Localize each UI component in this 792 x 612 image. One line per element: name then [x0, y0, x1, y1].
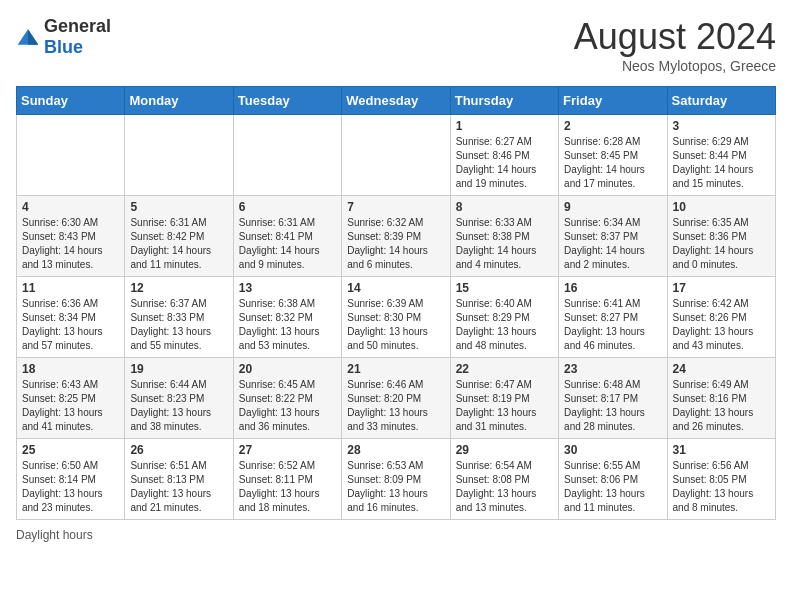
day-cell: 5Sunrise: 6:31 AM Sunset: 8:42 PM Daylig…: [125, 196, 233, 277]
day-number: 14: [347, 281, 444, 295]
col-header-wednesday: Wednesday: [342, 87, 450, 115]
month-title: August 2024: [574, 16, 776, 58]
day-cell: 4Sunrise: 6:30 AM Sunset: 8:43 PM Daylig…: [17, 196, 125, 277]
day-cell: 28Sunrise: 6:53 AM Sunset: 8:09 PM Dayli…: [342, 439, 450, 520]
day-info: Sunrise: 6:28 AM Sunset: 8:45 PM Dayligh…: [564, 135, 661, 191]
day-cell: 20Sunrise: 6:45 AM Sunset: 8:22 PM Dayli…: [233, 358, 341, 439]
header: General Blue August 2024 Neos Mylotopos,…: [16, 16, 776, 74]
day-info: Sunrise: 6:31 AM Sunset: 8:42 PM Dayligh…: [130, 216, 227, 272]
week-row-0: 1Sunrise: 6:27 AM Sunset: 8:46 PM Daylig…: [17, 115, 776, 196]
day-info: Sunrise: 6:53 AM Sunset: 8:09 PM Dayligh…: [347, 459, 444, 515]
day-number: 10: [673, 200, 770, 214]
logo-blue: Blue: [44, 37, 83, 57]
day-cell: 27Sunrise: 6:52 AM Sunset: 8:11 PM Dayli…: [233, 439, 341, 520]
day-number: 3: [673, 119, 770, 133]
day-cell: 17Sunrise: 6:42 AM Sunset: 8:26 PM Dayli…: [667, 277, 775, 358]
day-number: 29: [456, 443, 553, 457]
day-number: 18: [22, 362, 119, 376]
day-cell: 16Sunrise: 6:41 AM Sunset: 8:27 PM Dayli…: [559, 277, 667, 358]
day-cell: 8Sunrise: 6:33 AM Sunset: 8:38 PM Daylig…: [450, 196, 558, 277]
col-header-monday: Monday: [125, 87, 233, 115]
day-info: Sunrise: 6:32 AM Sunset: 8:39 PM Dayligh…: [347, 216, 444, 272]
day-cell: 3Sunrise: 6:29 AM Sunset: 8:44 PM Daylig…: [667, 115, 775, 196]
col-header-sunday: Sunday: [17, 87, 125, 115]
day-number: 13: [239, 281, 336, 295]
day-info: Sunrise: 6:44 AM Sunset: 8:23 PM Dayligh…: [130, 378, 227, 434]
day-cell: 11Sunrise: 6:36 AM Sunset: 8:34 PM Dayli…: [17, 277, 125, 358]
week-row-1: 4Sunrise: 6:30 AM Sunset: 8:43 PM Daylig…: [17, 196, 776, 277]
day-cell: [233, 115, 341, 196]
day-info: Sunrise: 6:52 AM Sunset: 8:11 PM Dayligh…: [239, 459, 336, 515]
day-number: 9: [564, 200, 661, 214]
day-cell: 30Sunrise: 6:55 AM Sunset: 8:06 PM Dayli…: [559, 439, 667, 520]
week-row-3: 18Sunrise: 6:43 AM Sunset: 8:25 PM Dayli…: [17, 358, 776, 439]
day-number: 1: [456, 119, 553, 133]
day-cell: 25Sunrise: 6:50 AM Sunset: 8:14 PM Dayli…: [17, 439, 125, 520]
day-cell: 26Sunrise: 6:51 AM Sunset: 8:13 PM Dayli…: [125, 439, 233, 520]
day-number: 23: [564, 362, 661, 376]
logo-general: General: [44, 16, 111, 36]
day-number: 30: [564, 443, 661, 457]
footer: Daylight hours: [16, 528, 776, 542]
week-row-4: 25Sunrise: 6:50 AM Sunset: 8:14 PM Dayli…: [17, 439, 776, 520]
day-number: 25: [22, 443, 119, 457]
day-cell: 19Sunrise: 6:44 AM Sunset: 8:23 PM Dayli…: [125, 358, 233, 439]
week-row-2: 11Sunrise: 6:36 AM Sunset: 8:34 PM Dayli…: [17, 277, 776, 358]
day-info: Sunrise: 6:29 AM Sunset: 8:44 PM Dayligh…: [673, 135, 770, 191]
title-area: August 2024 Neos Mylotopos, Greece: [574, 16, 776, 74]
day-number: 6: [239, 200, 336, 214]
header-row: SundayMondayTuesdayWednesdayThursdayFrid…: [17, 87, 776, 115]
day-info: Sunrise: 6:55 AM Sunset: 8:06 PM Dayligh…: [564, 459, 661, 515]
day-number: 27: [239, 443, 336, 457]
day-cell: 23Sunrise: 6:48 AM Sunset: 8:17 PM Dayli…: [559, 358, 667, 439]
day-cell: 24Sunrise: 6:49 AM Sunset: 8:16 PM Dayli…: [667, 358, 775, 439]
day-number: 19: [130, 362, 227, 376]
day-cell: 9Sunrise: 6:34 AM Sunset: 8:37 PM Daylig…: [559, 196, 667, 277]
day-number: 17: [673, 281, 770, 295]
day-info: Sunrise: 6:33 AM Sunset: 8:38 PM Dayligh…: [456, 216, 553, 272]
day-number: 24: [673, 362, 770, 376]
day-info: Sunrise: 6:46 AM Sunset: 8:20 PM Dayligh…: [347, 378, 444, 434]
day-cell: 6Sunrise: 6:31 AM Sunset: 8:41 PM Daylig…: [233, 196, 341, 277]
day-cell: 2Sunrise: 6:28 AM Sunset: 8:45 PM Daylig…: [559, 115, 667, 196]
col-header-tuesday: Tuesday: [233, 87, 341, 115]
day-cell: 21Sunrise: 6:46 AM Sunset: 8:20 PM Dayli…: [342, 358, 450, 439]
day-number: 7: [347, 200, 444, 214]
day-info: Sunrise: 6:37 AM Sunset: 8:33 PM Dayligh…: [130, 297, 227, 353]
day-info: Sunrise: 6:40 AM Sunset: 8:29 PM Dayligh…: [456, 297, 553, 353]
day-number: 31: [673, 443, 770, 457]
day-info: Sunrise: 6:41 AM Sunset: 8:27 PM Dayligh…: [564, 297, 661, 353]
day-cell: 14Sunrise: 6:39 AM Sunset: 8:30 PM Dayli…: [342, 277, 450, 358]
day-cell: 31Sunrise: 6:56 AM Sunset: 8:05 PM Dayli…: [667, 439, 775, 520]
day-info: Sunrise: 6:38 AM Sunset: 8:32 PM Dayligh…: [239, 297, 336, 353]
col-header-friday: Friday: [559, 87, 667, 115]
day-cell: 10Sunrise: 6:35 AM Sunset: 8:36 PM Dayli…: [667, 196, 775, 277]
day-info: Sunrise: 6:34 AM Sunset: 8:37 PM Dayligh…: [564, 216, 661, 272]
day-number: 16: [564, 281, 661, 295]
day-number: 15: [456, 281, 553, 295]
day-info: Sunrise: 6:36 AM Sunset: 8:34 PM Dayligh…: [22, 297, 119, 353]
svg-marker-1: [28, 29, 38, 44]
day-info: Sunrise: 6:47 AM Sunset: 8:19 PM Dayligh…: [456, 378, 553, 434]
day-cell: 13Sunrise: 6:38 AM Sunset: 8:32 PM Dayli…: [233, 277, 341, 358]
day-info: Sunrise: 6:50 AM Sunset: 8:14 PM Dayligh…: [22, 459, 119, 515]
day-info: Sunrise: 6:27 AM Sunset: 8:46 PM Dayligh…: [456, 135, 553, 191]
day-cell: 29Sunrise: 6:54 AM Sunset: 8:08 PM Dayli…: [450, 439, 558, 520]
day-cell: 15Sunrise: 6:40 AM Sunset: 8:29 PM Dayli…: [450, 277, 558, 358]
calendar-table: SundayMondayTuesdayWednesdayThursdayFrid…: [16, 86, 776, 520]
day-info: Sunrise: 6:49 AM Sunset: 8:16 PM Dayligh…: [673, 378, 770, 434]
day-info: Sunrise: 6:56 AM Sunset: 8:05 PM Dayligh…: [673, 459, 770, 515]
day-info: Sunrise: 6:30 AM Sunset: 8:43 PM Dayligh…: [22, 216, 119, 272]
day-info: Sunrise: 6:39 AM Sunset: 8:30 PM Dayligh…: [347, 297, 444, 353]
logo-icon: [16, 27, 40, 47]
day-number: 26: [130, 443, 227, 457]
day-cell: 12Sunrise: 6:37 AM Sunset: 8:33 PM Dayli…: [125, 277, 233, 358]
day-cell: 7Sunrise: 6:32 AM Sunset: 8:39 PM Daylig…: [342, 196, 450, 277]
day-cell: [125, 115, 233, 196]
day-cell: 18Sunrise: 6:43 AM Sunset: 8:25 PM Dayli…: [17, 358, 125, 439]
day-info: Sunrise: 6:48 AM Sunset: 8:17 PM Dayligh…: [564, 378, 661, 434]
day-info: Sunrise: 6:43 AM Sunset: 8:25 PM Dayligh…: [22, 378, 119, 434]
day-info: Sunrise: 6:42 AM Sunset: 8:26 PM Dayligh…: [673, 297, 770, 353]
day-number: 2: [564, 119, 661, 133]
day-number: 22: [456, 362, 553, 376]
